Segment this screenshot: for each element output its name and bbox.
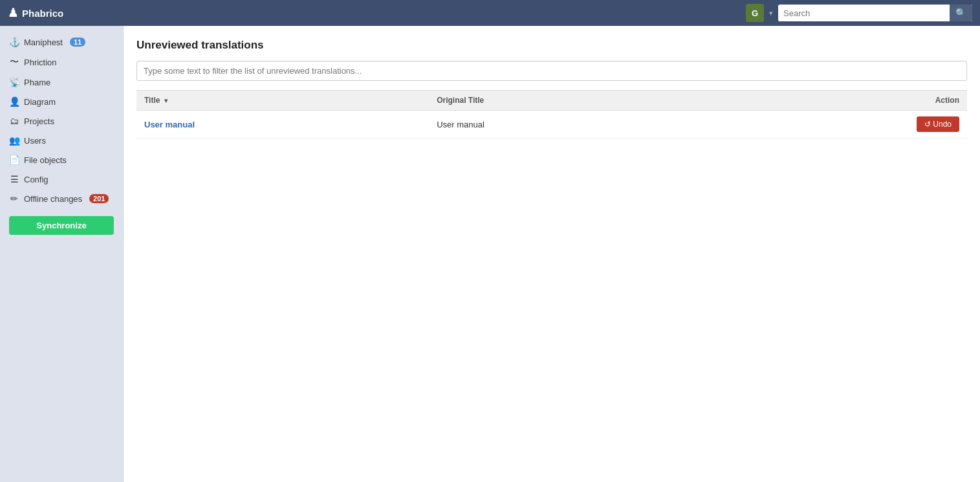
sidebar-item-users[interactable]: 👥 Users [0, 131, 123, 150]
pencil-icon: ✏ [9, 193, 19, 204]
projects-icon: 🗂 [9, 116, 19, 126]
sidebar: ⚓ Maniphest 11 〜 Phriction 📡 Phame 👤 Dia… [0, 26, 123, 482]
sidebar-item-phame[interactable]: 📡 Phame [0, 72, 123, 92]
logo-icon: ♟ [8, 6, 18, 20]
sidebar-item-projects[interactable]: 🗂 Projects [0, 111, 123, 131]
col-action-header: Action [709, 91, 967, 111]
sidebar-item-label: Diagram [24, 97, 56, 107]
sidebar-item-config[interactable]: ☰ Config [0, 170, 123, 189]
content-inner: Unreviewed translations Title ▾ Original… [123, 26, 980, 482]
sidebar-item-label: Users [24, 136, 46, 146]
sidebar-item-label: File objects [24, 155, 67, 165]
users-icon: 👥 [9, 135, 19, 146]
app-name: Phabrico [22, 8, 63, 19]
sidebar-item-label: Config [24, 175, 49, 184]
search-input[interactable] [778, 5, 950, 21]
sort-icon[interactable]: ▾ [164, 97, 168, 104]
sync-button-container: Synchronize [0, 208, 123, 243]
row-title-cell: User manual [136, 111, 429, 138]
diagram-icon: 👤 [9, 96, 19, 107]
user-avatar[interactable]: G [746, 4, 764, 22]
page-title: Unreviewed translations [136, 39, 967, 52]
topnav: ♟ Phabrico G ▾ 🔍 [0, 0, 980, 26]
sidebar-item-label: Maniphest [24, 38, 63, 47]
config-icon: ☰ [9, 174, 19, 184]
search-bar: 🔍 [778, 5, 972, 21]
sidebar-item-label: Offline changes [24, 194, 82, 204]
sidebar-item-label: Phame [24, 78, 50, 87]
col-original-title-header: Original Title [429, 91, 709, 111]
undo-button[interactable]: ↺ Undo [917, 116, 959, 132]
row-title-link[interactable]: User manual [144, 120, 195, 129]
translations-table: Title ▾ Original Title Action User manua… [136, 90, 967, 138]
main-layout: ⚓ Maniphest 11 〜 Phriction 📡 Phame 👤 Dia… [0, 26, 980, 482]
signal-icon: 📡 [9, 77, 19, 87]
wave-icon: 〜 [9, 56, 19, 68]
synchronize-button[interactable]: Synchronize [9, 216, 114, 235]
sidebar-item-maniphest[interactable]: ⚓ Maniphest 11 [0, 32, 123, 52]
sidebar-item-label: Projects [24, 116, 54, 126]
table-row: User manual User manual ↺ Undo [136, 111, 967, 138]
search-button[interactable]: 🔍 [950, 5, 972, 21]
content-area: Unreviewed translations Title ▾ Original… [123, 26, 980, 482]
app-logo: ♟ Phabrico [8, 6, 63, 20]
row-action-cell: ↺ Undo [709, 111, 967, 138]
table-header-row: Title ▾ Original Title Action [136, 91, 967, 111]
sidebar-item-diagram[interactable]: 👤 Diagram [0, 92, 123, 111]
row-original-title-cell: User manual [429, 111, 709, 138]
sidebar-item-offline-changes[interactable]: ✏ Offline changes 201 [0, 189, 123, 208]
sidebar-item-label: Phriction [24, 58, 57, 67]
filter-input[interactable] [136, 61, 967, 81]
maniphest-badge: 11 [70, 38, 85, 47]
topnav-right: G ▾ 🔍 [746, 4, 972, 22]
file-icon: 📄 [9, 155, 19, 165]
sidebar-item-phriction[interactable]: 〜 Phriction [0, 52, 123, 72]
anchor-icon: ⚓ [9, 37, 19, 47]
offline-changes-badge: 201 [89, 194, 109, 203]
col-title-header: Title ▾ [136, 91, 429, 111]
chevron-down-icon[interactable]: ▾ [769, 9, 773, 17]
sidebar-item-file-objects[interactable]: 📄 File objects [0, 150, 123, 170]
